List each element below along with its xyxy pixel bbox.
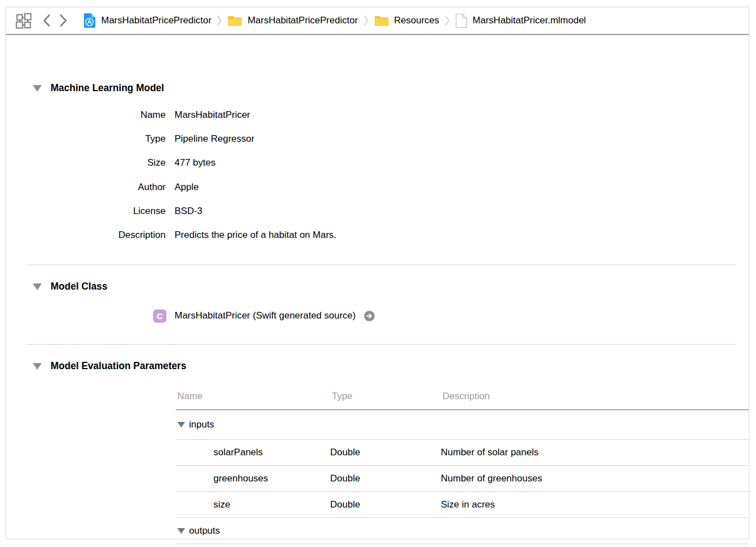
section-title: Machine Learning Model <box>51 82 164 94</box>
section-title: Model Class <box>51 281 107 292</box>
breadcrumb: MarsHabitatPricePredictor MarsHabitatPri… <box>83 13 586 28</box>
field-label: Size <box>6 157 166 168</box>
table-row-size[interactable]: size Double Size in acres <box>176 492 749 518</box>
disclosure-triangle-icon[interactable] <box>177 528 185 534</box>
chevron-left-icon <box>43 14 51 27</box>
breadcrumb-item-file[interactable]: MarsHabitatPricer.mlmodel <box>455 13 586 28</box>
section-machine-learning-model: Machine Learning Model <box>33 82 164 94</box>
section-divider <box>27 344 736 345</box>
related-items-icon <box>16 13 32 29</box>
table-group-row-outputs[interactable]: outputs <box>176 518 749 544</box>
breadcrumb-separator-icon <box>445 15 450 26</box>
arrow-right-circle-icon <box>364 311 375 321</box>
jump-to-source-button[interactable] <box>364 311 375 321</box>
group-label: outputs <box>189 525 220 536</box>
param-name: size <box>176 499 330 510</box>
field-row-description: Description Predicts the price of a habi… <box>6 223 749 247</box>
param-description: Number of solar panels <box>441 447 749 458</box>
editor-window: MarsHabitatPricePredictor MarsHabitatPri… <box>6 7 749 539</box>
disclosure-triangle-icon[interactable] <box>177 422 185 427</box>
disclosure-triangle-icon[interactable] <box>33 284 42 290</box>
jump-bar: MarsHabitatPricePredictor MarsHabitatPri… <box>6 7 749 35</box>
breadcrumb-label: MarsHabitatPricePredictor <box>247 15 357 26</box>
parameters-table: Name Type Description inputs solarPanels… <box>176 383 749 547</box>
field-value: MarsHabitatPricer <box>175 110 250 121</box>
field-label: Type <box>6 133 166 145</box>
model-class-row[interactable]: C MarsHabitatPricer (Swift generated sou… <box>153 309 375 322</box>
param-type: Double <box>330 473 441 484</box>
field-label: Author <box>6 182 166 193</box>
field-value: Predicts the price of a habitat on Mars. <box>175 230 336 241</box>
field-value: Pipeline Regressor <box>175 133 255 145</box>
breadcrumb-item-project[interactable]: MarsHabitatPricePredictor <box>83 13 211 28</box>
field-label: Description <box>6 230 166 241</box>
breadcrumb-label: MarsHabitatPricer.mlmodel <box>472 15 586 26</box>
field-row-type: Type Pipeline Regressor <box>6 127 749 151</box>
folder-icon <box>374 14 389 27</box>
disclosure-triangle-icon[interactable] <box>33 85 42 92</box>
param-type: Double <box>330 447 441 458</box>
breadcrumb-label: MarsHabitatPricePredictor <box>101 15 211 26</box>
disclosure-triangle-icon[interactable] <box>33 363 42 370</box>
back-button[interactable] <box>43 14 51 27</box>
column-header-description: Description <box>441 391 749 402</box>
breadcrumb-label: Resources <box>394 15 439 26</box>
mlmodel-file-icon <box>455 13 467 28</box>
class-name-label: MarsHabitatPricer (Swift generated sourc… <box>175 310 356 321</box>
field-value: 477 bytes <box>175 157 216 168</box>
table-row-solarpanels[interactable]: solarPanels Double Number of solar panel… <box>176 440 749 466</box>
column-header-name: Name <box>176 391 330 402</box>
field-label: License <box>6 206 166 217</box>
breadcrumb-item-resources[interactable]: Resources <box>374 14 439 27</box>
field-row-name: Name MarsHabitatPricer <box>6 103 749 127</box>
param-name: greenhouses <box>176 473 330 484</box>
class-badge-icon: C <box>153 310 166 322</box>
table-group-row-inputs[interactable]: inputs <box>176 410 749 440</box>
field-value: BSD-3 <box>175 206 202 217</box>
param-name: solarPanels <box>176 447 330 458</box>
related-items-button[interactable] <box>16 13 32 29</box>
model-viewer-content: Machine Learning Model Name MarsHabitatP… <box>6 35 749 539</box>
param-description: Size in acres <box>441 499 749 510</box>
table-row-price[interactable]: price Double Price of the habitat (in mi… <box>176 544 749 547</box>
forward-button[interactable] <box>59 14 67 27</box>
model-metadata-fields: Name MarsHabitatPricer Type Pipeline Reg… <box>6 103 749 247</box>
breadcrumb-item-group[interactable]: MarsHabitatPricePredictor <box>227 14 357 27</box>
chevron-right-icon <box>59 14 67 27</box>
breadcrumb-separator-icon <box>364 15 369 26</box>
group-label: inputs <box>189 419 214 430</box>
folder-icon <box>227 14 242 27</box>
app-project-icon <box>83 13 96 28</box>
section-title: Model Evaluation Parameters <box>51 360 186 372</box>
section-model-class: Model Class <box>33 281 107 292</box>
field-value: Apple <box>175 182 198 193</box>
param-type: Double <box>330 499 441 510</box>
table-header-row: Name Type Description <box>176 383 749 410</box>
field-row-license: License BSD-3 <box>6 199 749 223</box>
field-row-size: Size 477 bytes <box>6 151 749 175</box>
field-label: Name <box>6 110 166 121</box>
table-row-greenhouses[interactable]: greenhouses Double Number of greenhouses <box>176 466 749 492</box>
breadcrumb-separator-icon <box>217 15 222 26</box>
field-row-author: Author Apple <box>6 175 749 199</box>
column-header-type: Type <box>330 391 441 402</box>
param-description: Number of greenhouses <box>441 473 749 484</box>
section-divider <box>27 265 736 265</box>
section-model-evaluation-parameters: Model Evaluation Parameters <box>33 360 186 372</box>
